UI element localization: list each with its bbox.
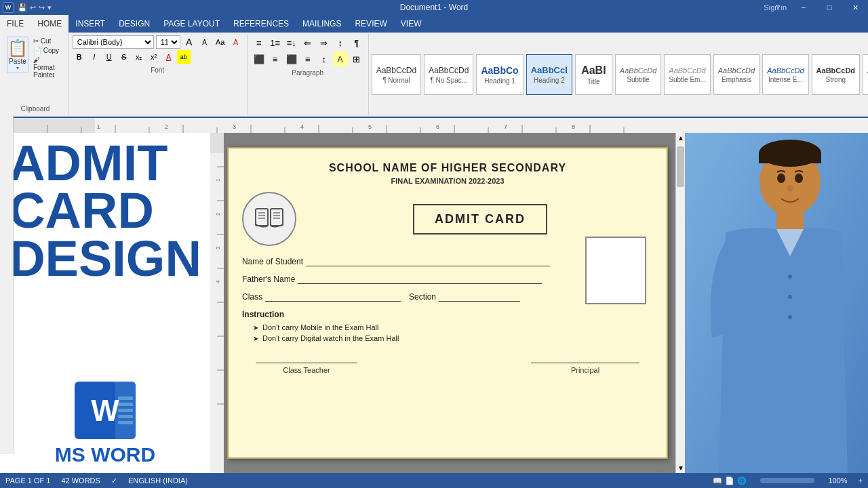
tab-file[interactable]: FILE [0, 15, 31, 33]
content-area: ADMIT CARD DESIGN W MS WORD [0, 133, 868, 473]
tab-insert[interactable]: INSERT [68, 15, 112, 33]
svg-point-56 [777, 174, 785, 183]
show-hide-button[interactable]: ¶ [349, 35, 364, 50]
style-title[interactable]: AaBI Title [575, 54, 612, 95]
clear-format-button[interactable]: A [229, 35, 243, 49]
scroll-down[interactable]: ▼ [676, 463, 685, 473]
bullets-button[interactable]: ≡ [252, 35, 267, 50]
font-label: Font [73, 66, 243, 74]
tab-page-layout[interactable]: PAGE LAYOUT [157, 15, 226, 33]
page-info: PAGE 1 OF 1 [5, 476, 50, 485]
tab-mailings[interactable]: MAILINGS [296, 15, 348, 33]
photo-box [585, 237, 646, 304]
increase-indent-button[interactable]: ⇒ [317, 35, 332, 50]
font-size-select[interactable]: 11 12 [156, 35, 180, 49]
minimize-button[interactable]: − [791, 0, 816, 15]
align-left-button[interactable]: ⬛ [252, 52, 267, 66]
italic-button[interactable]: I [87, 50, 101, 64]
app-wrapper: W 💾 ↩ ↪ ▾ Document1 - Word ? − □ ✕ Sign … [0, 0, 868, 488]
zoom-in-button[interactable]: + [859, 476, 863, 485]
undo-icon[interactable]: ↩ [30, 3, 36, 12]
change-case-button[interactable]: Aa [214, 35, 227, 49]
font-name-select[interactable]: Calibri (Body) [73, 35, 154, 49]
style-heading2[interactable]: AaBbCcI Heading 2 [526, 54, 572, 95]
tab-design[interactable]: DESIGN [112, 15, 157, 33]
left-panel: ADMIT CARD DESIGN W MS WORD [0, 133, 210, 473]
instruction-2: Don't carry Digital watch in the Exam Ha… [253, 334, 653, 342]
style-subtitle[interactable]: AaBbCcDd Subtitle [615, 54, 661, 95]
style-no-space[interactable]: AaBbCcDd ¶ No Spac... [424, 54, 473, 95]
paste-button[interactable]: 📋 Paste ▾ [7, 37, 28, 73]
print-view-button[interactable]: 📄 [725, 476, 734, 485]
style-normal[interactable]: AaBbCcDd ¶ Normal [372, 54, 421, 95]
font-color-button[interactable]: A [162, 50, 176, 64]
superscript-button[interactable]: x² [147, 50, 161, 64]
subscript-button[interactable]: x₂ [132, 50, 146, 64]
read-view-button[interactable]: 📖 [713, 476, 722, 485]
vertical-scrollbar[interactable]: ▲ ▼ [675, 133, 685, 473]
svg-rect-29 [210, 133, 224, 473]
style-title-preview: AaBI [581, 64, 606, 77]
decrease-indent-button[interactable]: ⇐ [300, 35, 315, 50]
close-button[interactable]: ✕ [842, 0, 868, 15]
style-quote[interactable]: AaBbCcDd Quote [863, 54, 868, 95]
bold-button[interactable]: B [73, 50, 86, 64]
paragraph-group: ≡ 1≡ ≡↓ ⇐ ⇒ ↕ ¶ ⬛ ≡ ⬛ ≡ ↕ A ⊞ Paragraph [248, 34, 369, 115]
proofread-icon[interactable]: ✓ [111, 476, 117, 485]
justify-button[interactable]: ≡ [300, 52, 315, 66]
student-name-label: Name of Student [242, 257, 303, 266]
style-h2-preview: AaBbCcI [531, 65, 568, 75]
grow-font-button[interactable]: A [182, 35, 196, 49]
style-strong[interactable]: AaBbCcDd Strong [812, 54, 860, 95]
font-row1: Calibri (Body) 11 12 A A Aa A [73, 35, 243, 49]
scroll-thumb[interactable] [677, 146, 684, 187]
tab-review[interactable]: REVIEW [348, 15, 393, 33]
ruler-svg: 1 2 3 4 5 6 7 8 [14, 118, 868, 133]
student-name-line [306, 257, 550, 266]
style-intense-em[interactable]: AaBbCcDd Intense E... [762, 54, 808, 95]
sort-button[interactable]: ↕ [333, 35, 348, 50]
strikethrough-button[interactable]: S [117, 50, 131, 64]
signin-area[interactable]: Sign in [764, 3, 787, 12]
underline-button[interactable]: U [102, 50, 116, 64]
shading-button[interactable]: A [333, 52, 348, 66]
format-painter-button[interactable]: 🖌 Format Painter [31, 56, 64, 79]
style-emphasis[interactable]: AaBbCcDd Emphasis [713, 54, 760, 95]
web-view-button[interactable]: 🌐 [737, 476, 747, 485]
svg-text:3: 3 [233, 123, 236, 130]
admit-card-label-area: ADMIT CARD [307, 204, 653, 235]
ms-word-label: MS WORD [55, 443, 155, 466]
style-intense-em-label: Intense E... [768, 76, 803, 83]
highlight-button[interactable]: ab [177, 50, 191, 64]
zoom-slider[interactable] [760, 478, 814, 483]
border-button[interactable]: ⊞ [349, 52, 364, 66]
line-spacing-button[interactable]: ↕ [317, 52, 332, 66]
align-center-button[interactable]: ≡ [268, 52, 283, 66]
zoom-level: 100% [828, 476, 847, 485]
restore-button[interactable]: □ [816, 0, 842, 15]
document-area[interactable]: 1 2 3 4 SCHOOL NAME OF HIGHER SECONDARY … [210, 133, 685, 473]
customize-icon[interactable]: ▾ [47, 3, 52, 12]
style-intense-em-preview: AaBbCcDd [767, 66, 804, 75]
shrink-font-button[interactable]: A [198, 35, 212, 49]
tab-home[interactable]: HOME [31, 15, 68, 33]
style-subtle-em[interactable]: AaBbCcDd Subtle Em... [664, 54, 710, 95]
style-heading1[interactable]: AaBbCo Heading 1 [476, 54, 523, 95]
section-label: Section [409, 292, 436, 302]
tab-references[interactable]: REFERENCES [226, 15, 296, 33]
save-icon[interactable]: 💾 [18, 3, 27, 12]
svg-rect-60 [759, 153, 821, 163]
copy-button[interactable]: 📄 Copy [31, 46, 64, 55]
cut-button[interactable]: ✂ Cut [31, 37, 64, 45]
tab-view[interactable]: VIEW [394, 15, 429, 33]
align-right-button[interactable]: ⬛ [284, 52, 299, 66]
multilevel-list-button[interactable]: ≡↓ [284, 35, 299, 50]
style-normal-preview: AaBbCcDd [376, 66, 416, 75]
redo-icon[interactable]: ↪ [39, 3, 45, 12]
svg-rect-55 [776, 209, 804, 229]
principal-label: Principal [531, 366, 639, 374]
scroll-up[interactable]: ▲ [676, 133, 685, 143]
principal-sig: Principal [531, 363, 639, 374]
style-title-label: Title [587, 78, 600, 85]
numbering-button[interactable]: 1≡ [268, 35, 283, 50]
